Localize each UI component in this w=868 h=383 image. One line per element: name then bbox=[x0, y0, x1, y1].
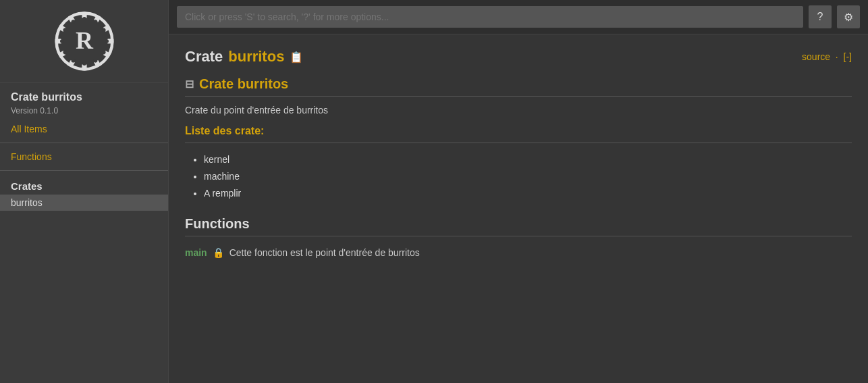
crate-description: Crate du point d'entrée de burritos bbox=[185, 105, 852, 116]
svg-point-14 bbox=[82, 17, 86, 20]
sidebar-divider-1 bbox=[0, 143, 168, 143]
list-item: machine bbox=[204, 168, 852, 185]
function-lock-icon: 🔒 bbox=[213, 247, 224, 258]
sidebar-crates-header: Crates bbox=[0, 176, 168, 195]
help-button[interactable]: ? bbox=[809, 5, 832, 28]
section-collapse-icon[interactable]: ⊟ bbox=[185, 78, 194, 91]
functions-title: Functions bbox=[185, 216, 852, 232]
svg-point-17 bbox=[105, 39, 108, 43]
settings-button[interactable]: ⚙ bbox=[837, 5, 860, 28]
sidebar-version: Version 0.1.0 bbox=[0, 105, 168, 121]
copy-icon[interactable]: 📋 bbox=[290, 51, 303, 63]
rust-logo-icon: R bbox=[54, 11, 115, 72]
section-title: ⊟ Crate burritos bbox=[185, 76, 852, 92]
svg-point-23 bbox=[60, 39, 63, 43]
topbar: ? ⚙ bbox=[169, 0, 868, 34]
functions-divider bbox=[185, 236, 852, 236]
crate-word-label: Crate bbox=[185, 48, 223, 66]
page-header-left: Crate burritos 📋 bbox=[185, 48, 303, 66]
crate-section: ⊟ Crate burritos Crate du point d'entrée… bbox=[185, 76, 852, 203]
sidebar-active-crate[interactable]: burritos bbox=[0, 195, 168, 211]
crate-name-label: burritos bbox=[228, 48, 284, 66]
sidebar-item-functions[interactable]: Functions bbox=[0, 149, 168, 165]
svg-text:R: R bbox=[76, 27, 94, 54]
search-input[interactable] bbox=[177, 6, 803, 28]
page-header: Crate burritos 📋 source · [-] bbox=[185, 48, 852, 66]
sidebar-item-all-items[interactable]: All Items bbox=[0, 121, 168, 137]
content-area: Crate burritos 📋 source · [-] ⊟ Crate bu… bbox=[169, 34, 868, 383]
subsection-title: Liste des crate: bbox=[185, 125, 852, 137]
crate-list: kernelmachineA remplir bbox=[185, 151, 852, 203]
page-header-right: source · [-] bbox=[802, 51, 852, 62]
function-name-main[interactable]: main bbox=[185, 247, 207, 258]
main-content: ? ⚙ Crate burritos 📋 source · [-] ⊟ Crat… bbox=[169, 0, 868, 383]
function-description: Cette fonction est le point d'entrée de … bbox=[229, 247, 420, 258]
source-link[interactable]: source bbox=[802, 51, 830, 62]
list-item: kernel bbox=[204, 151, 852, 168]
sidebar-crate-title: Crate burritos bbox=[0, 83, 168, 105]
functions-section: Functions main 🔒 Cette fonction est le p… bbox=[185, 216, 852, 261]
collapse-link[interactable]: [-] bbox=[844, 51, 852, 62]
svg-point-20 bbox=[82, 62, 86, 66]
section-divider bbox=[185, 96, 852, 97]
list-item: A remplir bbox=[204, 185, 852, 202]
sidebar-divider-2 bbox=[0, 170, 168, 171]
subsection-divider bbox=[185, 143, 852, 143]
function-row: main 🔒 Cette fonction est le point d'ent… bbox=[185, 245, 852, 261]
sidebar-logo: R bbox=[0, 0, 168, 83]
section-title-text: Crate burritos bbox=[199, 76, 288, 92]
sidebar: R Crate burritos Version 0.1.0 All Items… bbox=[0, 0, 169, 383]
